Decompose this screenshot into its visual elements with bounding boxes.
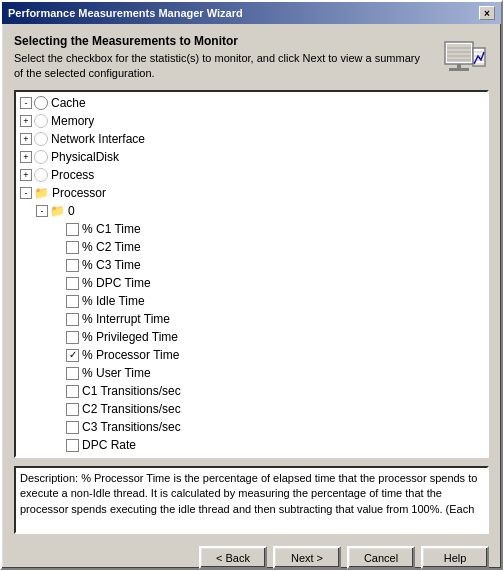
header-subtitle: Select the checkbox for the statistic(s)…: [14, 51, 431, 82]
tree-label-idletime: % Idle Time: [82, 292, 145, 310]
button-row: < Back Next > Cancel Help: [14, 542, 489, 570]
tree-label-dpcrate: DPC Rate: [82, 436, 136, 454]
next-button[interactable]: Next >: [273, 546, 341, 569]
tree-item-physicaldisk[interactable]: +PhysicalDisk: [18, 148, 485, 166]
main-window: Performance Measurements Manager Wizard …: [0, 0, 503, 570]
tree-item-c3time[interactable]: % C3 Time: [18, 256, 485, 274]
tree-label-proc-0: 0: [68, 202, 75, 220]
tree-icon-proc-0: 📁: [50, 202, 65, 220]
checkbox-usertime[interactable]: [66, 367, 79, 380]
checkbox-interrupttime[interactable]: [66, 313, 79, 326]
tree-item-c1time[interactable]: % C1 Time: [18, 220, 485, 238]
svg-rect-1: [447, 44, 471, 62]
checkbox-processortime[interactable]: ✓: [66, 349, 79, 362]
tree-item-c3trans[interactable]: C3 Transitions/sec: [18, 418, 485, 436]
checkbox-c3trans[interactable]: [66, 421, 79, 434]
checkbox-c3time[interactable]: [66, 259, 79, 272]
tree-icon-process: [34, 168, 48, 182]
checkbox-dpcrate[interactable]: [66, 439, 79, 452]
svg-rect-6: [457, 64, 461, 68]
description-box: Description: % Processor Time is the per…: [14, 466, 489, 534]
tree-icon-cache: [34, 96, 48, 110]
expand-btn-memory[interactable]: +: [20, 115, 32, 127]
tree-item-cache[interactable]: -Cache: [18, 94, 485, 112]
expand-btn-cache[interactable]: -: [20, 97, 32, 109]
tree-item-privilegedtime[interactable]: % Privileged Time: [18, 328, 485, 346]
checkbox-c2time[interactable]: [66, 241, 79, 254]
title-bar: Performance Measurements Manager Wizard …: [2, 2, 501, 24]
tree-label-process: Process: [51, 166, 94, 184]
tree-label-interrupttime: % Interrupt Time: [82, 310, 170, 328]
tree-label-c3trans: C3 Transitions/sec: [82, 418, 181, 436]
checkbox-c2trans[interactable]: [66, 403, 79, 416]
tree-item-usertime[interactable]: % User Time: [18, 364, 485, 382]
checkbox-dpctime[interactable]: [66, 277, 79, 290]
checkbox-privilegedtime[interactable]: [66, 331, 79, 344]
tree-item-process[interactable]: +Process: [18, 166, 485, 184]
tree-icon-memory: [34, 114, 48, 128]
tree-item-memory[interactable]: +Memory: [18, 112, 485, 130]
tree-item-dpcrate[interactable]: DPC Rate: [18, 436, 485, 454]
tree-icon-network-interface: [34, 132, 48, 146]
tree-label-dpctime: % DPC Time: [82, 274, 151, 292]
tree-item-proc-0[interactable]: -📁0: [18, 202, 485, 220]
help-button[interactable]: Help: [421, 546, 489, 569]
expand-btn-proc-0[interactable]: -: [36, 205, 48, 217]
tree-label-c3time: % C3 Time: [82, 256, 141, 274]
header-text: Selecting the Measurements to Monitor Se…: [14, 34, 431, 82]
tree-icon-processor: 📁: [34, 184, 49, 202]
tree-label-c2trans: C2 Transitions/sec: [82, 400, 181, 418]
tree-icon-physicaldisk: [34, 150, 48, 164]
cancel-button[interactable]: Cancel: [347, 546, 415, 569]
expand-btn-processor[interactable]: -: [20, 187, 32, 199]
expand-btn-network-interface[interactable]: +: [20, 133, 32, 145]
close-button[interactable]: ×: [479, 6, 495, 20]
tree-label-c2time: % C2 Time: [82, 238, 141, 256]
tree-item-idletime[interactable]: % Idle Time: [18, 292, 485, 310]
tree-item-dpctime[interactable]: % DPC Time: [18, 274, 485, 292]
tree-item-c2trans[interactable]: C2 Transitions/sec: [18, 400, 485, 418]
expand-btn-physicaldisk[interactable]: +: [20, 151, 32, 163]
tree-item-network-interface[interactable]: +Network Interface: [18, 130, 485, 148]
tree-label-processor: Processor: [52, 184, 106, 202]
header-title: Selecting the Measurements to Monitor: [14, 34, 431, 48]
tree-label-c1time: % C1 Time: [82, 220, 141, 238]
tree-item-c2time[interactable]: % C2 Time: [18, 238, 485, 256]
main-content: Selecting the Measurements to Monitor Se…: [2, 24, 501, 570]
tree-item-processor[interactable]: -📁Processor: [18, 184, 485, 202]
tree-label-physicaldisk: PhysicalDisk: [51, 148, 119, 166]
checkbox-c1trans[interactable]: [66, 385, 79, 398]
description-text: Description: % Processor Time is the per…: [20, 472, 477, 515]
checkbox-c1time[interactable]: [66, 223, 79, 236]
checkbox-idletime[interactable]: [66, 295, 79, 308]
back-button[interactable]: < Back: [199, 546, 267, 569]
tree-label-cache: Cache: [51, 94, 86, 112]
expand-btn-process[interactable]: +: [20, 169, 32, 181]
tree-item-c1trans[interactable]: C1 Transitions/sec: [18, 382, 485, 400]
tree-item-processortime[interactable]: ✓% Processor Time: [18, 346, 485, 364]
tree-label-privilegedtime: % Privileged Time: [82, 328, 178, 346]
tree-label-processortime: % Processor Time: [82, 346, 179, 364]
svg-rect-7: [449, 68, 469, 71]
header-icon: [441, 34, 489, 82]
tree-label-usertime: % User Time: [82, 364, 151, 382]
tree-label-network-interface: Network Interface: [51, 130, 145, 148]
tree-container[interactable]: -Cache+Memory+Network Interface+Physical…: [14, 90, 489, 458]
tree-label-memory: Memory: [51, 112, 94, 130]
header-section: Selecting the Measurements to Monitor Se…: [14, 34, 489, 82]
tree-item-interrupttime[interactable]: % Interrupt Time: [18, 310, 485, 328]
tree-label-c1trans: C1 Transitions/sec: [82, 382, 181, 400]
window-title: Performance Measurements Manager Wizard: [8, 7, 243, 19]
